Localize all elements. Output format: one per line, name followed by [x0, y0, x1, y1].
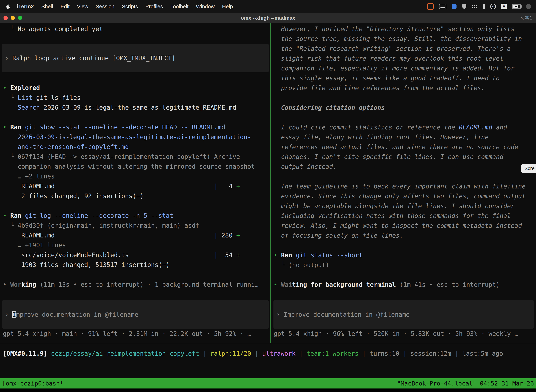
text-segment: The team guideline is to back every impo…: [274, 183, 526, 190]
text-segment: Search: [18, 104, 40, 111]
menu-item-shell[interactable]: Shell: [38, 4, 57, 9]
text-segment: ultrawork: [262, 350, 296, 357]
menu-item-window[interactable]: Window: [192, 4, 218, 9]
window-title: omx --xhigh --madmax: [241, 15, 295, 21]
text-segment: |: [251, 350, 262, 357]
omx-status-line: [OMX#0.11.9] cczip/essay/ai-reimplementa…: [3, 349, 536, 359]
menu-item-view[interactable]: View: [73, 4, 92, 9]
ralph-loop-text: › Ralph loop active continue [OMX_TMUX_I…: [2, 53, 175, 63]
text-segment: ›: [5, 55, 12, 62]
tmux-host-clock: "MacBook-Pro-44.local" 04:52 31-Mar-26: [397, 380, 534, 387]
text-segment: essay file, along with finding root file…: [274, 134, 488, 141]
text-segment: review. Also, I might want to inspect th…: [274, 222, 522, 229]
terminal-line: including verification notes with those …: [274, 211, 536, 221]
right-prompt-input[interactable]: › Improve documentation in @filename: [273, 300, 534, 329]
gauge-icon[interactable]: 61: [490, 4, 496, 9]
text-segment: team:1 workers: [307, 350, 359, 357]
text-segment: └: [3, 153, 18, 160]
dots-grid-icon[interactable]: [472, 5, 478, 8]
terminal-line: README.md | 280 +: [3, 230, 270, 240]
screen-recording-indicator-icon[interactable]: [427, 3, 434, 10]
text-segment: 280: [218, 232, 236, 239]
control-center-icon[interactable]: [526, 4, 531, 9]
menu-item-profiles[interactable]: Profiles: [142, 4, 167, 9]
text-segment: |: [214, 232, 218, 239]
menu-item-session[interactable]: Session: [92, 4, 118, 9]
terminal-line: output instead.: [274, 162, 536, 172]
menu-item-scripts[interactable]: Scripts: [118, 4, 142, 9]
left-terminal-pane[interactable]: └ No agents completed yet › Ralph loop a…: [0, 23, 270, 343]
text-segment: However, I noticed the "Directory Struct…: [274, 25, 515, 33]
text-segment: I could cite commit statistics or refere…: [274, 124, 459, 131]
text-segment: •: [3, 124, 10, 131]
right-model-status-line: gpt-5.4 xhigh · 96% left · 520K in · 5.8…: [271, 329, 536, 339]
text-segment: turns:10: [370, 350, 399, 357]
menu-item-edit[interactable]: Edit: [57, 4, 73, 9]
text-segment: including verification notes with those …: [274, 212, 511, 219]
terminal-line: Search 2026-03-09-is-legal-the-same-as-l…: [3, 103, 270, 112]
terminal-line: companion analysis without altering the …: [3, 162, 270, 171]
text-segment: Wor: [10, 281, 21, 288]
input-source-icon[interactable]: A: [501, 4, 507, 9]
text-segment: |: [359, 350, 370, 357]
text-segment: |: [451, 350, 462, 357]
terminal-line: references need actual files, and since …: [274, 142, 536, 152]
terminal-line: essay file, along with finding root file…: [274, 132, 536, 142]
terminal-line: 2 files changed, 92 insertions(+): [3, 191, 270, 201]
terminal-line: • Ran git show --stat --oneline --decora…: [3, 122, 270, 132]
right-agent-log: However, I noticed the "Directory Struct…: [271, 24, 536, 289]
minimize-window-button[interactable]: [11, 16, 15, 20]
left-prompt-input[interactable]: › Improve documentation in @filename: [2, 300, 269, 329]
text-segment: |: [214, 183, 218, 190]
text-segment: (11m 13s • esc to interrupt) · 1 backgro…: [36, 281, 258, 288]
window-shortcut-indicator: ⌥⌘1: [519, 15, 532, 21]
window-title-bar[interactable]: omx --xhigh --madmax ⌥⌘1: [0, 13, 536, 23]
text-segment: output instead.: [274, 163, 337, 170]
text-segment: companion analysis without altering the …: [3, 163, 255, 170]
close-window-button[interactable]: [4, 16, 8, 20]
terminal-line: and-the-erosion-of-copyleft.md: [3, 142, 270, 152]
text-segment: └: [274, 261, 288, 269]
traffic-lights: [4, 13, 22, 23]
text-segment: the "Related research writing" section i…: [274, 45, 511, 52]
terminal-line: companion file, especially if more comme…: [274, 63, 536, 73]
text-segment: 4b9d30f (origin/main, instructkr/main, m…: [18, 222, 199, 229]
text-segment: [3, 104, 18, 111]
text-segment: last:5m ago: [462, 350, 503, 357]
keyboard-icon[interactable]: [439, 4, 446, 9]
blue-app-icon[interactable]: [452, 4, 456, 9]
text-segment: ting for background terminal: [292, 281, 396, 288]
pill-icon[interactable]: [483, 4, 485, 9]
right-terminal-pane[interactable]: However, I noticed the "Directory Struct…: [271, 23, 536, 343]
text-segment: companion file, especially if more comme…: [274, 65, 515, 72]
text-segment: └: [3, 25, 18, 33]
terminal-line: The team guideline is to back every impo…: [274, 182, 536, 191]
left-agent-status-lines: └ No agents completed yet: [0, 24, 270, 34]
text-segment: and: [492, 124, 507, 131]
charging-bolt-icon: [515, 5, 517, 8]
shield-icon[interactable]: [462, 4, 466, 9]
text-segment: •: [3, 281, 10, 288]
terminal-line: [274, 270, 536, 280]
terminal-line: the source tree, missing the essay. Stil…: [274, 34, 536, 44]
text-segment: No agents completed yet: [18, 25, 103, 33]
menu-app-name[interactable]: iTerm2: [13, 4, 38, 9]
battery-charging-icon[interactable]: [512, 4, 521, 9]
ralph-loop-banner: › Ralph loop active continue [OMX_TMUX_I…: [2, 44, 269, 72]
screen-share-overlay-button[interactable]: Scre: [521, 164, 536, 173]
right-prompt-text: › Improve documentation in @filename: [273, 310, 410, 319]
menu-item-help[interactable]: Help: [218, 4, 237, 9]
text-segment: Explored: [10, 84, 40, 91]
menu-item-toolbelt[interactable]: Toolbelt: [167, 4, 192, 9]
cursor-block: I: [12, 311, 16, 318]
terminal-line: review. Also, I might want to inspect th…: [274, 221, 536, 231]
menu-bar-left: iTerm2 Shell Edit View Session Scripts P…: [0, 4, 237, 9]
text-segment: gpt-5.4 xhigh · 96% left · 520K in · 5.8…: [274, 330, 518, 337]
terminal-line: [274, 93, 536, 103]
zoom-window-button[interactable]: [18, 16, 22, 20]
terminal-line: the "Related research writing" section i…: [274, 44, 536, 54]
apple-menu-icon[interactable]: [5, 4, 11, 9]
text-segment: [21, 124, 25, 131]
text-segment: 1903 files changed, 513517 insertions(+): [3, 261, 170, 268]
text-segment: Ran: [10, 212, 21, 219]
